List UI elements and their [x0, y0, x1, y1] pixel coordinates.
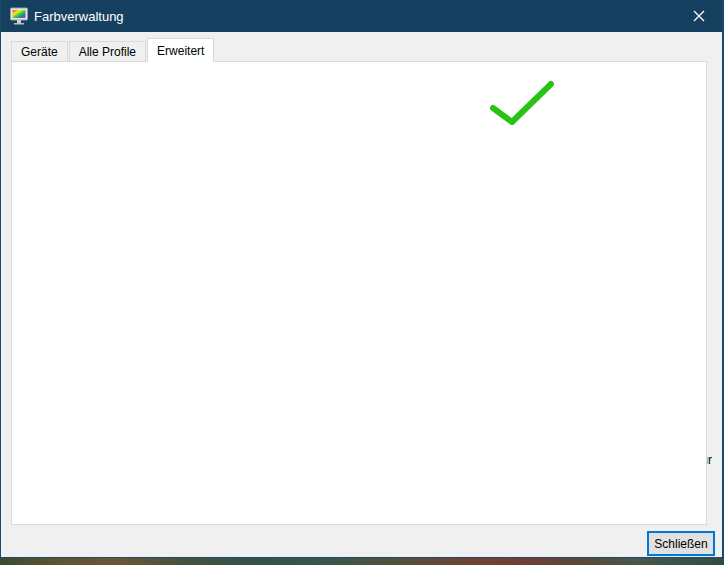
erweitert-tab-page: [11, 61, 707, 525]
tab-bar: Geräte Alle Profile Erweitert: [11, 38, 215, 62]
tab-erweitert[interactable]: Erweitert: [147, 38, 214, 62]
color-management-app-icon: [10, 7, 28, 25]
titlebar[interactable]: Farbverwaltung: [1, 0, 722, 32]
tab-geraete[interactable]: Geräte: [11, 41, 68, 62]
tab-label: Geräte: [21, 45, 58, 59]
close-icon: [693, 10, 705, 22]
window-close-button[interactable]: [676, 0, 722, 32]
screen: Farbverwaltung Geräte Alle Profile Erwei…: [0, 0, 724, 565]
color-management-window: Farbverwaltung Geräte Alle Profile Erwei…: [0, 0, 724, 558]
close-dialog-button[interactable]: Schließen: [647, 531, 715, 556]
tab-alle-profile[interactable]: Alle Profile: [69, 41, 146, 62]
tab-label: Alle Profile: [79, 45, 136, 59]
button-label: Schließen: [654, 537, 707, 551]
window-title: Farbverwaltung: [34, 9, 124, 24]
tab-label: Erweitert: [157, 44, 204, 58]
desktop-background-strip: [0, 558, 724, 565]
